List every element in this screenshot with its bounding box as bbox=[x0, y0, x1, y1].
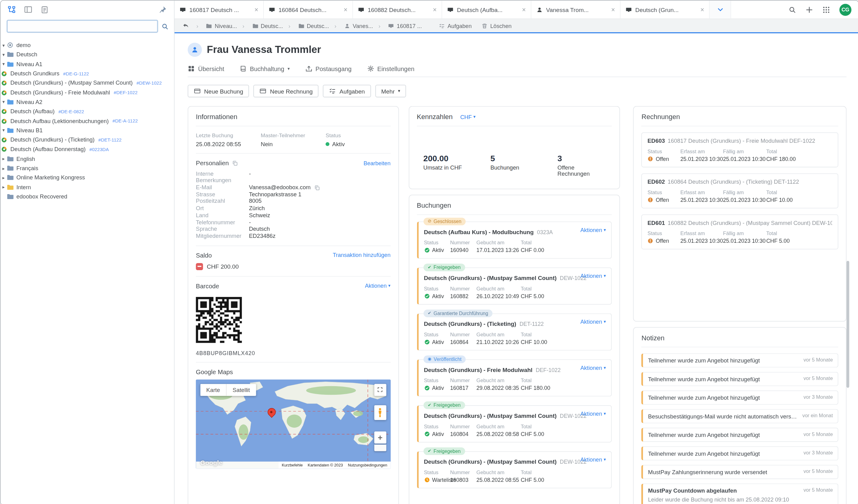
breadcrumb-items: Niveau... Deutsc... Deutsc... Vanes... 1… bbox=[194, 23, 425, 29]
action-button[interactable]: Aufgaben bbox=[323, 85, 371, 97]
scrollbar-thumb[interactable] bbox=[847, 261, 849, 388]
tree-caret-icon[interactable] bbox=[1, 128, 7, 133]
tree-item[interactable]: Deutsch Aufbau (Lektionenbuchungen) #DE-… bbox=[1, 116, 172, 126]
window-tab[interactable]: Deutsch (Aufba... × bbox=[442, 1, 531, 19]
tab-close-icon[interactable]: × bbox=[522, 6, 526, 13]
fullscreen-icon[interactable] bbox=[374, 384, 386, 396]
transaktion-hinzufuegen-link[interactable]: Transaktion hinzufügen bbox=[333, 252, 391, 258]
booking-total-col: Total CHF 5.00 bbox=[521, 423, 606, 437]
tree-item[interactable]: demo bbox=[1, 40, 172, 50]
tab-close-icon[interactable]: × bbox=[700, 6, 704, 13]
aktionen-link[interactable]: Aktionen ▾ bbox=[580, 319, 606, 325]
tree-item[interactable]: Deutsch (Grundkurs) - (Ticketing) #DET-1… bbox=[1, 135, 172, 145]
window-tab[interactable]: Deutsch (Grun... × bbox=[621, 1, 710, 19]
tab-close-icon[interactable]: × bbox=[611, 6, 615, 13]
tree-item[interactable]: Niveau B1 bbox=[1, 126, 172, 135]
aktionen-label: Aktionen bbox=[580, 273, 602, 279]
search-icon[interactable] bbox=[161, 23, 169, 30]
tree-caret-icon[interactable] bbox=[1, 43, 7, 48]
tree-caret-icon[interactable] bbox=[1, 52, 7, 58]
tab-close-icon[interactable]: × bbox=[433, 6, 436, 13]
user-avatar[interactable]: CG bbox=[840, 4, 852, 16]
booking-title-row: Deutsch (Grundkurs) - (Mustpay Sammel Co… bbox=[424, 458, 606, 465]
tree-item[interactable]: Deutsch (Grundkurs) - Freie Modulwahl #D… bbox=[1, 88, 172, 97]
clipboard-icon[interactable] bbox=[41, 5, 49, 14]
panel-view-icon[interactable] bbox=[24, 5, 32, 14]
action-button[interactable]: Neue Buchung bbox=[188, 85, 249, 97]
tree-caret-icon[interactable] bbox=[1, 184, 7, 190]
detail-value: Aktiv bbox=[432, 293, 444, 299]
map-shortcuts-link[interactable]: Kurzbefehle bbox=[282, 462, 303, 467]
open-tabs: 160817 Deutsch ... × 160864 Deutsch... ×… bbox=[175, 1, 710, 19]
apps-grid-icon[interactable] bbox=[822, 6, 830, 14]
tab-close-icon[interactable]: × bbox=[254, 6, 258, 13]
tree-item[interactable]: Niveau A1 bbox=[1, 60, 172, 69]
bearbeiten-link[interactable]: Bearbeiten bbox=[364, 160, 391, 166]
page-tab[interactable]: Übersicht bbox=[188, 65, 224, 77]
card-title: Kennzahlen bbox=[417, 113, 452, 121]
pin-sidebar-icon[interactable] bbox=[159, 5, 167, 14]
google-map[interactable]: Karte Satellit + Google Kurzbefehle Kart… bbox=[196, 379, 391, 469]
page-tab[interactable]: Postausgang bbox=[305, 65, 352, 77]
breadcrumb-item[interactable]: Vanes... bbox=[332, 23, 376, 29]
action-button[interactable]: Mehr ▾ bbox=[375, 85, 407, 97]
copy-icon[interactable] bbox=[232, 160, 238, 166]
tree-caret-icon[interactable] bbox=[1, 175, 7, 180]
map-satellit-button[interactable]: Satellit bbox=[226, 384, 256, 396]
tree-caret-icon[interactable] bbox=[1, 61, 7, 67]
aktionen-label: Aktionen bbox=[580, 365, 602, 371]
card-title: Notizen bbox=[641, 334, 838, 347]
tree-caret-icon[interactable] bbox=[1, 165, 7, 171]
saldo-row: CHF 200.00 bbox=[196, 263, 391, 270]
tree-item[interactable]: Deutsch Grundkurs #DE-G-1122 bbox=[1, 69, 172, 79]
tree-item[interactable]: edoobox Recovered bbox=[1, 192, 172, 201]
breadcrumb-item[interactable]: Deutsc... bbox=[286, 23, 332, 29]
add-icon[interactable] bbox=[805, 6, 813, 14]
window-tab[interactable]: 160864 Deutsch... × bbox=[264, 1, 353, 19]
copy-icon[interactable] bbox=[314, 184, 320, 191]
page-tab[interactable]: Buchhaltung ▾ bbox=[239, 65, 290, 77]
aktionen-link[interactable]: Aktionen ▾ bbox=[580, 273, 606, 279]
booking-title: Deutsch (Grundkurs) - (Mustpay Sammel Co… bbox=[424, 458, 557, 465]
invoice-faellig-col: Fällig am 25.01.2023 10:30 bbox=[723, 148, 766, 162]
tree-view-icon[interactable] bbox=[8, 5, 16, 14]
tree-search-input[interactable] bbox=[6, 20, 158, 33]
map-terms-link[interactable]: Nutzungsbedingungen bbox=[348, 462, 387, 467]
breadcrumb-action-button[interactable]: Löschen bbox=[481, 23, 512, 29]
back-icon[interactable] bbox=[182, 22, 189, 29]
zoom-in-button[interactable]: + bbox=[374, 432, 386, 443]
aktionen-link[interactable]: Aktionen ▾ bbox=[580, 411, 606, 417]
tab-overflow-button[interactable] bbox=[710, 1, 731, 19]
tree-item[interactable]: Français bbox=[1, 163, 172, 173]
aktionen-link[interactable]: Aktionen ▾ bbox=[580, 457, 606, 463]
tree-item[interactable]: Intern bbox=[1, 182, 172, 192]
tree-item[interactable]: Deutsch (Grundkurs) - (Mustpay Sammel Co… bbox=[1, 79, 172, 88]
search-icon[interactable] bbox=[789, 6, 796, 14]
tree-item[interactable]: Deutsch (Aufbau Donnerstag) #0223DA bbox=[1, 145, 172, 154]
action-button[interactable]: Neue Rechnung bbox=[254, 85, 319, 97]
window-tab[interactable]: Vanessa Trom... × bbox=[531, 1, 621, 19]
status-badge: ✔ Freigegeben bbox=[423, 448, 465, 455]
breadcrumb-item[interactable]: Deutsc... bbox=[240, 23, 286, 29]
currency-select[interactable]: CHF ▾ bbox=[460, 114, 476, 120]
window-tab[interactable]: 160817 Deutsch ... × bbox=[175, 1, 264, 19]
tree-caret-icon[interactable] bbox=[1, 156, 7, 162]
google-logo[interactable]: Google bbox=[201, 459, 223, 466]
tree-item[interactable]: Online Marketing Kongress bbox=[1, 173, 172, 182]
window-tab[interactable]: 160882 Deutsch... × bbox=[353, 1, 442, 19]
tree-item[interactable]: Deutsch bbox=[1, 50, 172, 60]
breadcrumb-item[interactable]: 160817 ... bbox=[376, 23, 425, 29]
barcode-aktionen-link[interactable]: Aktionen ▾ bbox=[365, 283, 391, 289]
tree-item[interactable]: English bbox=[1, 154, 172, 163]
tree-caret-icon[interactable] bbox=[1, 99, 7, 104]
tab-close-icon[interactable]: × bbox=[344, 6, 347, 13]
aktionen-link[interactable]: Aktionen ▾ bbox=[580, 365, 606, 371]
breadcrumb-item[interactable]: Niveau... bbox=[194, 23, 239, 29]
tree-item[interactable]: Niveau A2 bbox=[1, 97, 172, 107]
breadcrumb-action-button[interactable]: Aufgaben bbox=[439, 23, 472, 29]
pegman-icon[interactable] bbox=[374, 405, 386, 420]
page-tab[interactable]: Einstellungen bbox=[367, 65, 414, 77]
map-karte-button[interactable]: Karte bbox=[201, 384, 226, 396]
tree-item[interactable]: Deutsch (Aufbau) #DE-E-0822 bbox=[1, 107, 172, 116]
aktionen-link[interactable]: Aktionen ▾ bbox=[580, 227, 606, 233]
